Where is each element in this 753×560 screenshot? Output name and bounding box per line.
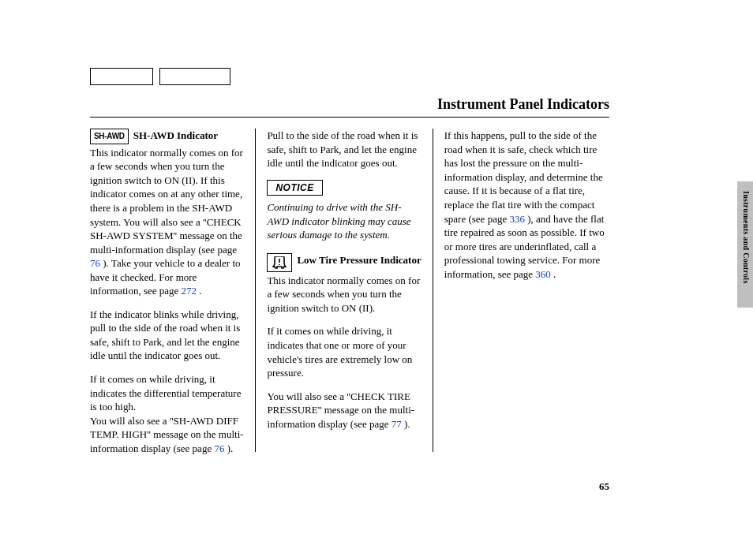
title-row: Instrument Panel Indicators <box>90 95 609 118</box>
header-placeholder-boxes <box>90 68 609 85</box>
page-link[interactable]: 76 <box>90 257 100 269</box>
page-number: 65 <box>599 480 609 494</box>
page-link[interactable]: 336 <box>509 213 525 225</box>
body-text: If this happens, pull to the side of the… <box>444 129 609 281</box>
page-content: Instrument Panel Indicators SH-AWD SH-AW… <box>90 68 609 465</box>
notice-text: Continuing to drive with the SH-AWD indi… <box>267 200 421 242</box>
page-link[interactable]: 360 <box>535 268 551 280</box>
page-title: Instrument Panel Indicators <box>90 95 609 114</box>
page-link[interactable]: 76 <box>214 442 224 454</box>
body-text: You will also see a ''CHECK TIRE PRESSUR… <box>267 390 421 431</box>
body-text: This indicator normally comes on for a f… <box>267 274 421 315</box>
notice-label: NOTICE <box>267 180 322 196</box>
column-1: SH-AWD SH-AWD Indicator This indicator n… <box>90 129 255 465</box>
column-3: If this happens, pull to the side of the… <box>444 129 609 465</box>
body-text: If the indicator blinks while driving, p… <box>90 308 244 363</box>
placeholder-box <box>90 68 153 85</box>
page-link[interactable]: 77 <box>391 418 402 430</box>
column-separator <box>433 129 433 452</box>
body-text: This indicator normally comes on for a f… <box>90 146 244 298</box>
column-2: Pull to the side of the road when it is … <box>267 129 432 465</box>
shawd-icon: SH-AWD <box>90 129 129 144</box>
page-link[interactable]: 272 <box>182 285 197 297</box>
body-text: If it comes on while driving, it indicat… <box>90 372 244 414</box>
body-text: If it comes on while driving, it indicat… <box>267 324 421 379</box>
body-text: Pull to the side of the road when it is … <box>267 129 421 170</box>
shawd-heading: SH-AWD Indicator <box>133 129 218 143</box>
placeholder-box <box>159 68 230 85</box>
tire-pressure-icon <box>267 253 292 272</box>
section-label: Instruments and Controls <box>741 191 752 284</box>
column-separator <box>255 129 256 452</box>
body-text: You will also see a ''SH-AWD DIFF TEMP. … <box>90 414 244 456</box>
tire-heading: Low Tire Pressure Indicator <box>297 253 421 267</box>
